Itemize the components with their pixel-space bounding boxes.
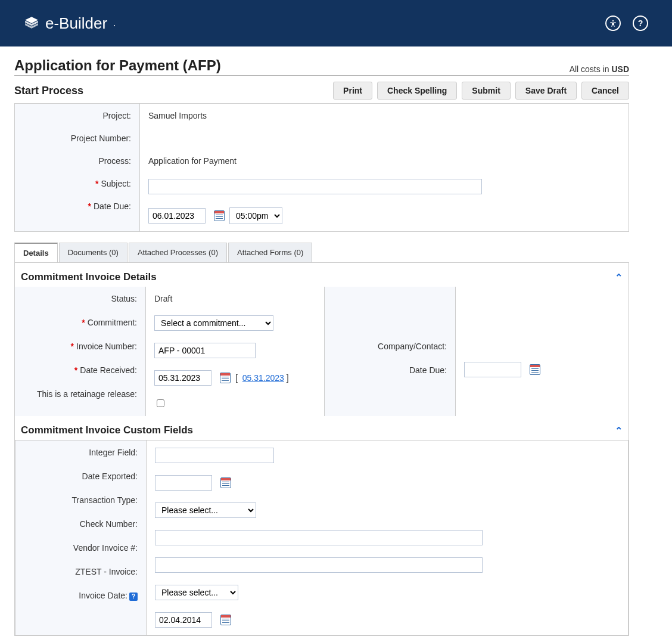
label-process: Process: [23, 156, 131, 166]
label-subject: *Subject: [23, 179, 131, 188]
value-process: Application for Payment [148, 156, 620, 166]
submit-button[interactable]: Submit [462, 82, 510, 100]
calendar-icon[interactable] [220, 373, 231, 383]
label-status: Status: [23, 294, 137, 303]
topbar-actions: ? [605, 15, 648, 31]
label-commitment: *Commitment: [23, 318, 137, 327]
tab-attached-processes[interactable]: Attached Processes (0) [129, 243, 227, 262]
value-status: Draft [154, 294, 316, 303]
value-project: Samuel Imports [148, 111, 620, 120]
calendar-icon[interactable] [220, 477, 231, 488]
label-transaction-type: Transaction Type: [24, 495, 138, 505]
tab-documents[interactable]: Documents (0) [59, 243, 127, 262]
label-company-contact: Company/Contact: [333, 342, 447, 351]
time-due-select[interactable]: 05:00pm [229, 207, 282, 224]
calendar-icon[interactable] [530, 364, 540, 375]
label-project-number: Project Number: [23, 134, 131, 143]
tab-attached-forms[interactable]: Attached Forms (0) [228, 243, 312, 262]
section-custom-fields: Commitment Invoice Custom Fields [21, 424, 193, 436]
date-received-link[interactable]: 05.31.2023 [242, 373, 284, 383]
start-process-heading: Start Process [14, 85, 83, 97]
process-panel: Project: Project Number: Process: *Subje… [14, 103, 629, 232]
label-vendor-invoice: Vendor Invoice #: [24, 543, 138, 553]
currency-note: All costs in USD [570, 64, 629, 74]
ztest-invoice-select[interactable]: Please select... [155, 585, 238, 600]
save-draft-button[interactable]: Save Draft [515, 82, 577, 100]
label-ztest-invoice: ZTEST - Invoice: [24, 567, 138, 576]
label-check-number: Check Number: [24, 519, 138, 529]
calendar-icon[interactable] [214, 210, 225, 221]
label-date-due-2: Date Due: [333, 365, 447, 375]
section-invoice-details: Commitment Invoice Details [21, 271, 157, 283]
value-project-number [148, 134, 620, 143]
date-exported-input[interactable] [155, 475, 212, 491]
date-received-input[interactable] [154, 370, 211, 386]
logo: e-Builder. [24, 14, 116, 33]
label-date-due: *Date Due: [23, 201, 131, 211]
label-project: Project: [23, 111, 131, 120]
chevron-up-icon[interactable]: ⌃ [615, 425, 623, 436]
details-panel: Commitment Invoice Details ⌃ Status: *Co… [14, 262, 629, 636]
label-date-exported: Date Exported: [24, 472, 138, 481]
page-header: Application for Payment (AFP) All costs … [14, 57, 629, 76]
integer-field-input[interactable] [155, 448, 274, 463]
vendor-invoice-input[interactable] [155, 557, 483, 573]
help-icon[interactable]: ? [633, 15, 648, 31]
tabs: Details Documents (0) Attached Processes… [14, 243, 629, 262]
transaction-type-select[interactable]: Please select... [155, 502, 256, 518]
label-invoice-number: *Invoice Number: [23, 342, 137, 351]
date-due-2-input[interactable] [464, 362, 521, 377]
subheader: Start Process Print Check Spelling Submi… [14, 82, 629, 100]
cancel-button[interactable]: Cancel [581, 82, 629, 100]
topbar: e-Builder. ? [0, 0, 672, 46]
commitment-select[interactable]: Select a commitment... [154, 315, 273, 331]
invoice-number-input[interactable] [154, 343, 256, 358]
invoice-date-input[interactable] [155, 612, 212, 628]
svg-point-3 [612, 20, 614, 21]
tab-details[interactable]: Details [14, 243, 58, 262]
subject-input[interactable] [148, 179, 482, 194]
calendar-icon[interactable] [220, 615, 231, 625]
help-badge-icon[interactable]: ? [129, 593, 138, 601]
accessibility-icon[interactable] [605, 15, 621, 31]
label-date-received: *Date Received: [23, 365, 137, 375]
chevron-up-icon[interactable]: ⌃ [615, 272, 623, 283]
print-button[interactable]: Print [333, 82, 372, 100]
logo-text: e-Builder [45, 14, 107, 33]
label-invoice-date: Invoice Date:? [24, 591, 138, 601]
label-retain-release: This is a retainage release: [23, 389, 137, 399]
label-integer-field: Integer Field: [24, 448, 138, 457]
action-buttons: Print Check Spelling Submit Save Draft C… [333, 82, 629, 100]
page-title: Application for Payment (AFP) [14, 57, 221, 74]
check-spelling-button[interactable]: Check Spelling [377, 82, 457, 100]
check-number-input[interactable] [155, 530, 483, 545]
logo-icon [24, 15, 39, 31]
date-due-input[interactable] [148, 208, 206, 224]
retain-release-checkbox[interactable] [157, 399, 164, 407]
